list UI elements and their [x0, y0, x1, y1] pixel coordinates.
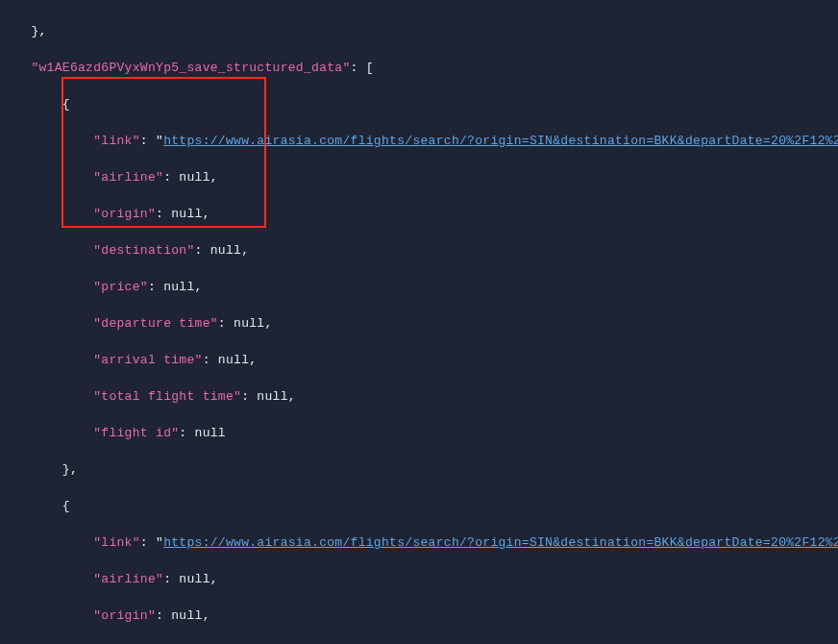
punct: :	[203, 353, 218, 367]
punct: :	[218, 316, 234, 331]
json-key: "w1AE6azd6PVyxWnYp5_save_structured_data…	[31, 61, 350, 75]
indent	[0, 426, 93, 440]
json-key: "total flight time"	[93, 389, 241, 404]
indent	[0, 608, 93, 623]
brace-close: },	[62, 462, 78, 477]
indent	[0, 134, 93, 148]
url-link[interactable]: https://www.airasia.com/flights/search/?…	[163, 134, 838, 148]
json-key: "price"	[93, 280, 148, 294]
json-null: null,	[163, 280, 203, 294]
json-key: "destination"	[93, 243, 194, 258]
json-null: null,	[218, 353, 258, 367]
indent	[0, 389, 93, 404]
indent	[0, 353, 93, 367]
indent	[0, 61, 31, 75]
indent	[0, 243, 93, 258]
punct: :	[156, 608, 171, 623]
indent	[0, 316, 93, 331]
indent	[0, 462, 62, 477]
punct: : [	[351, 61, 374, 75]
json-null: null,	[257, 389, 296, 404]
brace-open: {	[62, 499, 70, 513]
json-key: "departure time"	[93, 316, 218, 331]
json-key: "airline"	[93, 170, 163, 185]
json-null: null,	[171, 608, 210, 623]
indent	[0, 24, 31, 38]
punct: :	[195, 243, 210, 258]
json-null: null	[195, 426, 226, 440]
json-key: "origin"	[93, 207, 156, 221]
indent	[0, 170, 93, 185]
indent	[0, 280, 93, 294]
json-null: null,	[179, 572, 218, 586]
json-key: "origin"	[93, 608, 156, 623]
punct: :	[241, 389, 257, 404]
code-block: }, "w1AE6azd6PVyxWnYp5_save_structured_d…	[0, 0, 838, 644]
punct: :	[148, 280, 163, 294]
json-null: null,	[210, 243, 250, 258]
indent	[0, 572, 93, 586]
punct: :	[140, 535, 156, 550]
brace-close: },	[31, 24, 46, 38]
punct: :	[179, 426, 194, 440]
brace-open: {	[62, 97, 70, 111]
quote: "	[156, 535, 163, 550]
indent	[0, 207, 93, 221]
indent	[0, 535, 93, 550]
json-key: "airline"	[93, 572, 163, 586]
json-null: null,	[234, 316, 273, 331]
quote: "	[156, 134, 163, 148]
json-key: "flight id"	[93, 426, 179, 440]
punct: :	[163, 170, 179, 185]
url-link[interactable]: https://www.airasia.com/flights/search/?…	[163, 535, 838, 550]
json-key: "arrival time"	[93, 353, 202, 367]
json-key: "link"	[93, 134, 140, 148]
punct: :	[163, 572, 179, 586]
json-key: "link"	[93, 535, 140, 550]
indent	[0, 499, 62, 513]
punct: :	[140, 134, 156, 148]
json-null: null,	[179, 170, 218, 185]
indent	[0, 97, 62, 111]
punct: :	[156, 207, 171, 221]
json-null: null,	[171, 207, 210, 221]
